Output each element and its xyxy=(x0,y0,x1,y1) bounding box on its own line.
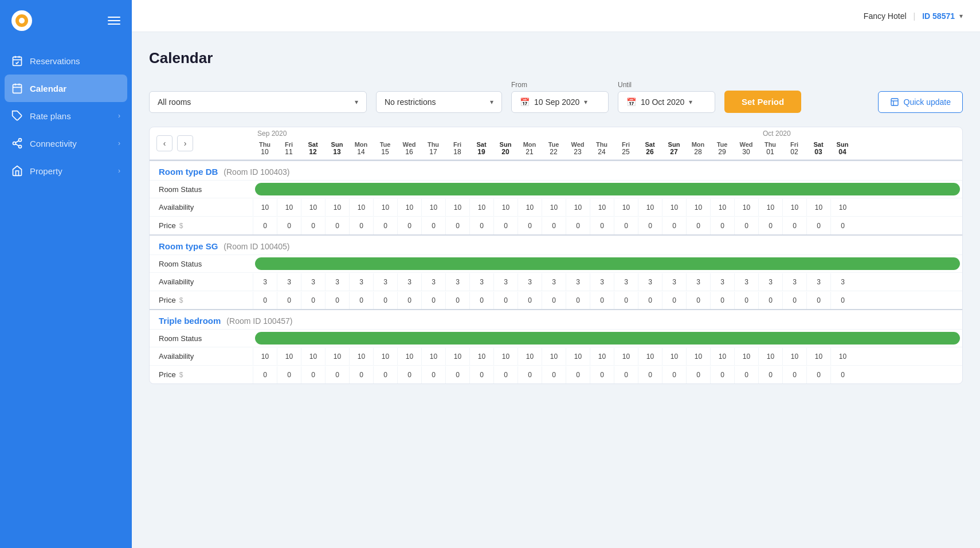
availability-cell: 3 xyxy=(349,273,373,291)
price-cell: 0 xyxy=(277,292,301,309)
date-range-group: From 📅 10 Sep 2020 ▾ Until 📅 10 Oct 2020… xyxy=(511,81,715,113)
price-cell: 0 xyxy=(734,217,758,234)
availability-label: Availability xyxy=(150,273,253,291)
price-cell: 0 xyxy=(277,366,301,383)
main-area: Fancy Hotel | ID 58571 ▾ Calendar All ro… xyxy=(132,0,980,548)
sidebar-item-calendar[interactable]: Calendar xyxy=(5,75,127,102)
sidebar-item-property[interactable]: Property › xyxy=(0,157,132,185)
price-cell: 0 xyxy=(325,366,349,383)
calendar-icon xyxy=(11,83,23,94)
availability-cell: 10 xyxy=(590,199,614,216)
sidebar-item-reservations[interactable]: Reservations xyxy=(0,47,132,75)
dollar-icon: $ xyxy=(179,296,183,304)
availability-cell: 3 xyxy=(566,273,590,291)
availability-cell: 10 xyxy=(445,348,469,365)
sidebar-item-rate-plans-label: Rate plans xyxy=(30,111,71,121)
availability-cell: 10 xyxy=(277,348,301,365)
price-cell: 0 xyxy=(373,292,397,309)
price-cell: 0 xyxy=(662,366,686,383)
price-cell: 0 xyxy=(301,366,325,383)
sidebar-item-connectivity[interactable]: Connectivity › xyxy=(0,130,132,157)
availability-cell: 3 xyxy=(830,273,854,291)
room-name: Room type DB xyxy=(159,167,218,177)
price-cell: 0 xyxy=(566,217,590,234)
from-date-picker[interactable]: 📅 10 Sep 2020 ▾ xyxy=(511,91,609,113)
day-header: Tue 15 xyxy=(373,139,397,159)
availability-cell: 10 xyxy=(638,199,662,216)
day-header: Mon 14 xyxy=(349,139,373,159)
from-date-chevron: ▾ xyxy=(584,98,587,106)
price-cell: 0 xyxy=(493,292,518,309)
availability-cell: 10 xyxy=(445,199,469,216)
svg-rect-14 xyxy=(891,99,898,105)
until-date-picker[interactable]: 📅 10 Oct 2020 ▾ xyxy=(618,91,715,113)
sidebar-item-rate-plans[interactable]: Rate plans › xyxy=(0,102,132,130)
room-section: Triple bedroom (Room ID 100457) Room Sta… xyxy=(150,309,962,383)
availability-cell: 10 xyxy=(734,199,758,216)
price-cell: 0 xyxy=(590,217,614,234)
hamburger-menu[interactable] xyxy=(108,17,120,25)
availability-cell: 3 xyxy=(662,273,686,291)
hotel-dropdown-chevron[interactable]: ▾ xyxy=(959,12,963,20)
price-cell: 0 xyxy=(518,366,542,383)
day-header: Thu 17 xyxy=(421,139,445,159)
quick-update-label: Quick update xyxy=(904,97,951,107)
price-cell: 0 xyxy=(806,217,830,234)
rooms-filter: All rooms ▾ xyxy=(149,91,367,113)
day-header: Sun 13 xyxy=(325,139,349,159)
calendar-from-icon: 📅 xyxy=(520,97,530,107)
price-cell: 0 xyxy=(614,366,638,383)
day-header: Sun 04 xyxy=(830,139,854,159)
price-label: Price $ xyxy=(150,217,253,234)
sidebar-item-reservations-label: Reservations xyxy=(30,56,80,66)
room-id: (Room ID 100405) xyxy=(224,242,289,251)
price-cell: 0 xyxy=(758,217,782,234)
availability-cell: 3 xyxy=(373,273,397,291)
price-cells: 0000000000000000000000000 xyxy=(253,217,962,234)
availability-cell: 10 xyxy=(614,199,638,216)
price-cell: 0 xyxy=(710,366,734,383)
price-cell: 0 xyxy=(782,217,806,234)
svg-point-9 xyxy=(19,139,22,142)
price-cell: 0 xyxy=(421,217,445,234)
restrictions-filter: No restrictions ▾ xyxy=(376,91,502,113)
availability-cell: 3 xyxy=(638,273,662,291)
price-cell: 0 xyxy=(253,217,277,234)
set-period-button[interactable]: Set Period xyxy=(724,91,801,113)
availability-cell: 10 xyxy=(349,348,373,365)
price-cell: 0 xyxy=(542,366,566,383)
price-cell: 0 xyxy=(830,292,854,309)
availability-cell: 10 xyxy=(349,199,373,216)
rooms-select[interactable]: All rooms ▾ xyxy=(149,91,367,113)
price-cell: 0 xyxy=(469,292,493,309)
sidebar-item-calendar-label: Calendar xyxy=(30,84,66,93)
quick-update-button[interactable]: Quick update xyxy=(878,91,963,113)
price-cell: 0 xyxy=(518,292,542,309)
availability-cell: 10 xyxy=(277,199,301,216)
availability-cell: 10 xyxy=(397,348,421,365)
hotel-name: Fancy Hotel xyxy=(864,11,907,21)
availability-cell: 10 xyxy=(493,199,518,216)
availability-label: Availability xyxy=(150,198,253,216)
availability-cell: 10 xyxy=(301,348,325,365)
restrictions-select[interactable]: No restrictions ▾ xyxy=(376,91,502,113)
availability-cell: 10 xyxy=(806,199,830,216)
next-arrow[interactable]: › xyxy=(177,135,193,151)
room-status-bar xyxy=(255,183,960,195)
day-header: Fri 11 xyxy=(277,139,301,159)
price-cell: 0 xyxy=(469,366,493,383)
room-id: (Room ID 100403) xyxy=(224,167,289,177)
price-cell: 0 xyxy=(493,217,518,234)
room-id: (Room ID 100457) xyxy=(226,316,292,326)
svg-rect-0 xyxy=(13,57,22,65)
price-cell: 0 xyxy=(349,292,373,309)
dollar-icon: $ xyxy=(179,222,183,230)
availability-cell: 3 xyxy=(518,273,542,291)
price-cell: 0 xyxy=(253,292,277,309)
availability-cell: 3 xyxy=(421,273,445,291)
prev-arrow[interactable]: ‹ xyxy=(156,135,173,151)
day-header: Wed 16 xyxy=(397,139,421,159)
topbar: Fancy Hotel | ID 58571 ▾ xyxy=(132,0,980,32)
availability-cell: 10 xyxy=(782,199,806,216)
price-cell: 0 xyxy=(734,366,758,383)
